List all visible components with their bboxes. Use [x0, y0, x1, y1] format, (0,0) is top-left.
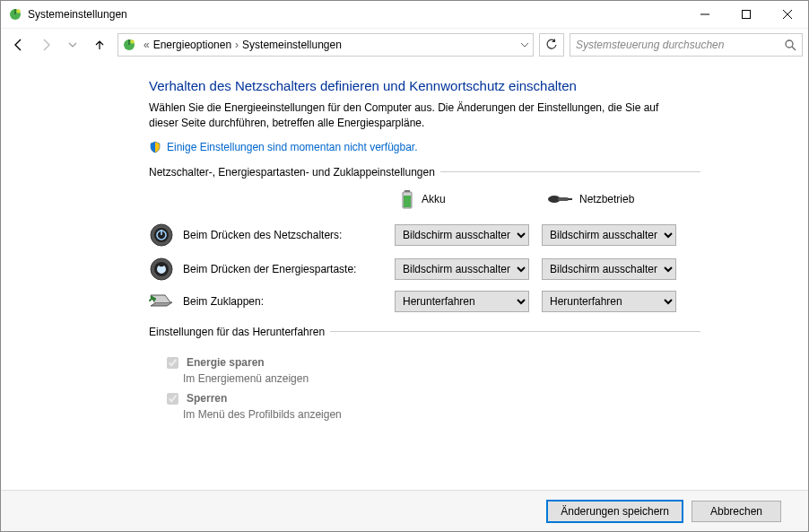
svg-rect-14 [404, 196, 411, 207]
breadcrumb-segment-2[interactable]: Systemeinstellungen [242, 39, 342, 51]
admin-unlock-text: Einige Einstellungen sind momentan nicht… [167, 141, 418, 153]
svg-line-11 [792, 47, 796, 50]
close-button[interactable] [767, 1, 808, 28]
refresh-button[interactable] [539, 33, 564, 57]
shield-icon [149, 141, 161, 153]
chevron-right-icon: › [235, 39, 239, 51]
svg-point-2 [16, 9, 20, 13]
svg-rect-1 [14, 9, 16, 14]
shutdown-settings-legend: Einstellungen für das Herunterfahren [149, 326, 330, 338]
shutdown-settings-group: Einstellungen für das Herunterfahren Ene… [149, 326, 700, 426]
row-sleep-button: Beim Drücken der Energiespartaste: [149, 252, 382, 286]
row-lid-close-label: Beim Zuklappen: [183, 295, 264, 308]
svg-rect-4 [743, 11, 751, 19]
row-power-button: Beim Drücken des Netzschalters: [149, 218, 382, 252]
breadcrumb-dropdown-icon[interactable] [520, 40, 529, 49]
titlebar: Systemeinstellungen [1, 1, 808, 28]
lid-close-icon [149, 292, 174, 311]
nav-up-button[interactable] [87, 32, 112, 57]
checkbox-sleep-label: Energie sparen [187, 356, 265, 369]
checkbox-lock-label: Sperren [187, 392, 227, 405]
sleep-button-icon [149, 257, 174, 281]
checkbox-sleep-sub: Im Energiemenü anzeigen [183, 372, 700, 385]
page-description: Wählen Sie die Energieeinstellungen für … [149, 100, 687, 132]
maximize-button[interactable] [726, 1, 767, 28]
checkbox-lock-input[interactable] [167, 393, 178, 405]
checkbox-sleep[interactable]: Energie sparen [163, 354, 700, 371]
save-button[interactable]: Änderungen speichern [547, 501, 683, 522]
page-title: Verhalten des Netzschalters definieren u… [149, 78, 772, 93]
power-button-plugged-select[interactable]: Nichts unternehmenEnergie sparenRuhezust… [542, 224, 676, 246]
app-icon [8, 7, 22, 22]
nav-forward-button[interactable] [33, 32, 58, 57]
navbar: « Energieoptionen › Systemeinstellungen … [1, 28, 808, 60]
footer: Änderungen speichern Abbrechen [1, 490, 808, 531]
search-placeholder: Systemsteuerung durchsuchen [576, 39, 724, 51]
lid-close-battery-select[interactable]: Nichts unternehmenEnergie sparenRuhezust… [395, 291, 529, 312]
lid-close-plugged-select[interactable]: Nichts unternehmenEnergie sparenRuhezust… [542, 291, 676, 312]
checkbox-lock[interactable]: Sperren [163, 390, 700, 407]
power-button-battery-select[interactable]: Nichts unternehmenEnergie sparenRuhezust… [395, 224, 529, 246]
breadcrumb-prefix: « [144, 39, 150, 51]
svg-point-9 [130, 39, 134, 43]
breadcrumb-segment-1[interactable]: Energieoptionen [153, 39, 231, 51]
column-header-plugged-label: Netzbetrieb [579, 193, 634, 205]
svg-point-10 [786, 40, 793, 48]
power-buttons-group: Netzschalter-, Energiespartasten- und Zu… [149, 166, 700, 317]
nav-recent-button[interactable] [60, 32, 85, 57]
svg-rect-16 [558, 197, 569, 201]
nav-back-button[interactable] [6, 32, 31, 57]
sleep-button-plugged-select[interactable]: Nichts unternehmenEnergie sparenRuhezust… [542, 258, 676, 280]
power-options-icon [122, 38, 136, 52]
cancel-button[interactable]: Abbrechen [692, 501, 781, 522]
column-header-plugged: Netzbetrieb [542, 188, 676, 211]
checkbox-lock-sub: Im Menü des Profilbilds anzeigen [183, 408, 700, 421]
plug-icon [547, 193, 572, 205]
breadcrumb[interactable]: « Energieoptionen › Systemeinstellungen [117, 33, 534, 57]
sleep-button-battery-select[interactable]: Nichts unternehmenEnergie sparenRuhezust… [395, 258, 529, 280]
admin-unlock-link[interactable]: Einige Einstellungen sind momentan nicht… [149, 141, 772, 153]
window-title: Systemeinstellungen [28, 8, 127, 21]
column-header-battery-label: Akku [422, 193, 446, 205]
row-lid-close: Beim Zuklappen: [149, 286, 382, 317]
minimize-button[interactable] [684, 1, 726, 28]
battery-icon [400, 188, 414, 210]
row-sleep-button-label: Beim Drücken der Energiespartaste: [183, 263, 356, 275]
content-area: Verhalten des Netzschalters definieren u… [1, 60, 808, 490]
power-buttons-legend: Netzschalter-, Energiespartasten- und Zu… [149, 166, 440, 179]
svg-rect-8 [128, 39, 130, 45]
search-icon [784, 39, 796, 51]
power-button-icon [149, 223, 174, 247]
search-input[interactable]: Systemsteuerung durchsuchen [570, 33, 803, 57]
checkbox-sleep-input[interactable] [167, 357, 178, 369]
window: Systemeinstellungen « Energieoptionen › … [0, 0, 809, 532]
column-header-battery: Akku [395, 188, 529, 211]
row-power-button-label: Beim Drücken des Netzschalters: [183, 229, 342, 241]
